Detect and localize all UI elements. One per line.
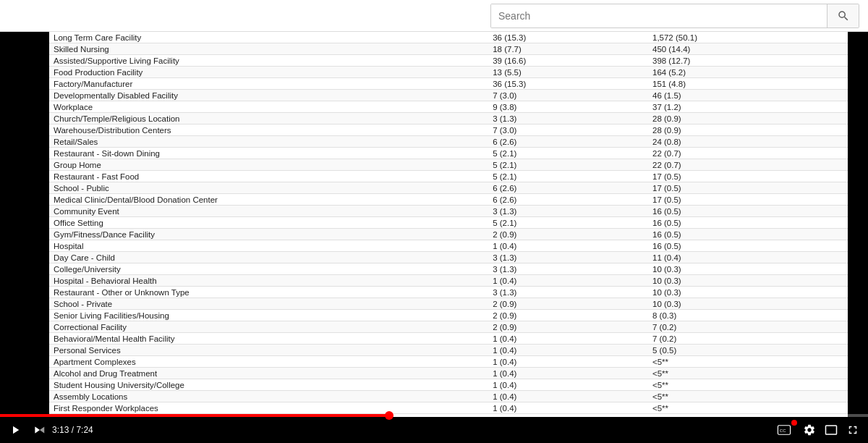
facility-cell: Behavioral/Mental Health Facility bbox=[49, 333, 488, 345]
time-display: 3:13 / 7:24 bbox=[52, 425, 93, 435]
table-row: College/University 3 (1.3) 10 (0.3) bbox=[49, 263, 848, 275]
cc-icon: CC bbox=[777, 425, 791, 435]
cases-cell: 37 (1.2) bbox=[648, 101, 848, 113]
progress-dot bbox=[385, 411, 393, 420]
top-bar bbox=[0, 0, 868, 32]
search-input[interactable] bbox=[491, 4, 827, 28]
outbreaks-cell: 1 (0.4) bbox=[488, 402, 648, 414]
facility-cell: Medical Clinic/Dental/Blood Donation Cen… bbox=[49, 194, 488, 206]
facility-cell: Food Production Facility bbox=[49, 67, 488, 78]
outbreaks-cell: 1 (0.4) bbox=[488, 240, 648, 252]
facility-cell: First Responder Workplaces bbox=[49, 402, 488, 414]
table-row: Church/Temple/Religious Location 3 (1.3)… bbox=[49, 113, 848, 125]
cases-cell: 46 (1.5) bbox=[648, 90, 848, 101]
table-row: Medical Clinic/Dental/Blood Donation Cen… bbox=[49, 194, 848, 206]
cases-cell: 5 (0.5) bbox=[648, 345, 848, 356]
controls-bar: 3:13 / 7:24 CC bbox=[0, 417, 868, 443]
cases-cell: 164 (5.2) bbox=[648, 67, 848, 78]
outbreaks-cell: 5 (2.1) bbox=[488, 171, 648, 182]
table-row: Group Home 5 (2.1) 22 (0.7) bbox=[49, 159, 848, 171]
cases-cell: <5** bbox=[648, 391, 848, 402]
fullscreen-button[interactable] bbox=[843, 422, 862, 438]
outbreaks-cell: 2 (0.9) bbox=[488, 298, 648, 310]
left-black-bar bbox=[0, 32, 49, 417]
table-row: Hospital 1 (0.4) 16 (0.5) bbox=[49, 240, 848, 252]
facility-cell: Group Home bbox=[49, 159, 488, 171]
facility-cell: Skilled Nursing bbox=[49, 43, 488, 55]
table-area: Long Term Care Facility 36 (15.3) 1,572 … bbox=[49, 32, 848, 417]
progress-bar-container[interactable] bbox=[0, 414, 868, 417]
facility-cell: Workplace bbox=[49, 101, 488, 113]
facility-cell: Apartment Complexes bbox=[49, 356, 488, 368]
table-row: Restaurant - Other or Unknown Type 3 (1.… bbox=[49, 287, 848, 298]
outbreaks-cell: 7 (3.0) bbox=[488, 125, 648, 136]
theater-icon bbox=[825, 423, 838, 436]
facility-cell: College/University bbox=[49, 263, 488, 275]
search-container bbox=[490, 4, 859, 28]
next-button[interactable] bbox=[29, 422, 48, 438]
outbreaks-cell: 39 (16.6) bbox=[488, 55, 648, 67]
facility-cell: School - Private bbox=[49, 298, 488, 310]
table-row: Gym/Fitness/Dance Facility 2 (0.9) 16 (0… bbox=[49, 229, 848, 240]
cases-cell: 24 (0.8) bbox=[648, 136, 848, 148]
theater-button[interactable] bbox=[822, 422, 841, 438]
svg-text:CC: CC bbox=[780, 428, 786, 433]
outbreaks-cell: 1 (0.4) bbox=[488, 275, 648, 287]
table-row: Restaurant - Fast Food 5 (2.1) 17 (0.5) bbox=[49, 171, 848, 182]
cases-cell: 16 (0.5) bbox=[648, 240, 848, 252]
fullscreen-icon bbox=[846, 423, 859, 436]
facility-cell: Senior Living Facilities/Housing bbox=[49, 310, 488, 321]
play-button[interactable] bbox=[6, 422, 25, 438]
table-row: Developmentally Disabled Facility 7 (3.0… bbox=[49, 90, 848, 101]
cc-badge bbox=[791, 420, 797, 426]
table-row: Senior Living Facilities/Housing 2 (0.9)… bbox=[49, 310, 848, 321]
search-button[interactable] bbox=[827, 4, 859, 28]
cases-cell: 10 (0.3) bbox=[648, 298, 848, 310]
outbreaks-cell: 9 (3.8) bbox=[488, 101, 648, 113]
outbreaks-cell: 1 (0.4) bbox=[488, 368, 648, 379]
cases-cell: <5** bbox=[648, 402, 848, 414]
settings-button[interactable] bbox=[800, 422, 819, 438]
facility-cell: Warehouse/Distribution Centers bbox=[49, 125, 488, 136]
video-wrapper: Long Term Care Facility 36 (15.3) 1,572 … bbox=[0, 32, 868, 443]
facility-cell: Hospital - Behavioral Health bbox=[49, 275, 488, 287]
outbreaks-cell: 2 (0.9) bbox=[488, 321, 648, 333]
outbreaks-cell: 1 (0.4) bbox=[488, 333, 648, 345]
cases-cell: <5** bbox=[648, 379, 848, 391]
table-row: Workplace 9 (3.8) 37 (1.2) bbox=[49, 101, 848, 113]
cases-cell: 8 (0.3) bbox=[648, 310, 848, 321]
next-icon bbox=[32, 423, 45, 436]
facility-cell: Restaurant - Fast Food bbox=[49, 171, 488, 182]
facility-cell: Developmentally Disabled Facility bbox=[49, 90, 488, 101]
cases-cell: 17 (0.5) bbox=[648, 182, 848, 194]
table-row: Apartment Complexes 1 (0.4) <5** bbox=[49, 356, 848, 368]
cases-cell: 7 (0.2) bbox=[648, 321, 848, 333]
table-row: Behavioral/Mental Health Facility 1 (0.4… bbox=[49, 333, 848, 345]
facility-cell: Personal Services bbox=[49, 345, 488, 356]
cases-cell: 10 (0.3) bbox=[648, 263, 848, 275]
facility-cell: Factory/Manufacturer bbox=[49, 78, 488, 90]
main-content: Long Term Care Facility 36 (15.3) 1,572 … bbox=[0, 32, 868, 443]
outbreaks-cell: 5 (2.1) bbox=[488, 148, 648, 159]
outbreaks-cell: 36 (15.3) bbox=[488, 78, 648, 90]
facility-cell: Correctional Facility bbox=[49, 321, 488, 333]
settings-icon bbox=[803, 423, 816, 436]
facility-cell: Restaurant - Sit-down Dining bbox=[49, 148, 488, 159]
outbreaks-cell: 18 (7.7) bbox=[488, 43, 648, 55]
cases-cell: 16 (0.5) bbox=[648, 229, 848, 240]
facility-cell: Long Term Care Facility bbox=[49, 32, 488, 43]
facility-cell: Alcohol and Drug Treatment bbox=[49, 368, 488, 379]
outbreaks-cell: 1 (0.4) bbox=[488, 379, 648, 391]
play-icon bbox=[9, 423, 22, 436]
cases-cell: 10 (0.3) bbox=[648, 275, 848, 287]
cases-cell: 16 (0.5) bbox=[648, 206, 848, 217]
table-row: Hospital - Behavioral Health 1 (0.4) 10 … bbox=[49, 275, 848, 287]
cases-cell: 450 (14.4) bbox=[648, 43, 848, 55]
cases-cell: 7 (0.2) bbox=[648, 333, 848, 345]
cc-button[interactable]: CC bbox=[774, 423, 794, 436]
table-row: Correctional Facility 2 (0.9) 7 (0.2) bbox=[49, 321, 848, 333]
svg-rect-2 bbox=[826, 426, 837, 434]
cases-cell: 11 (0.4) bbox=[648, 252, 848, 263]
current-time: 3:13 bbox=[52, 425, 69, 435]
right-controls: CC bbox=[774, 422, 862, 438]
